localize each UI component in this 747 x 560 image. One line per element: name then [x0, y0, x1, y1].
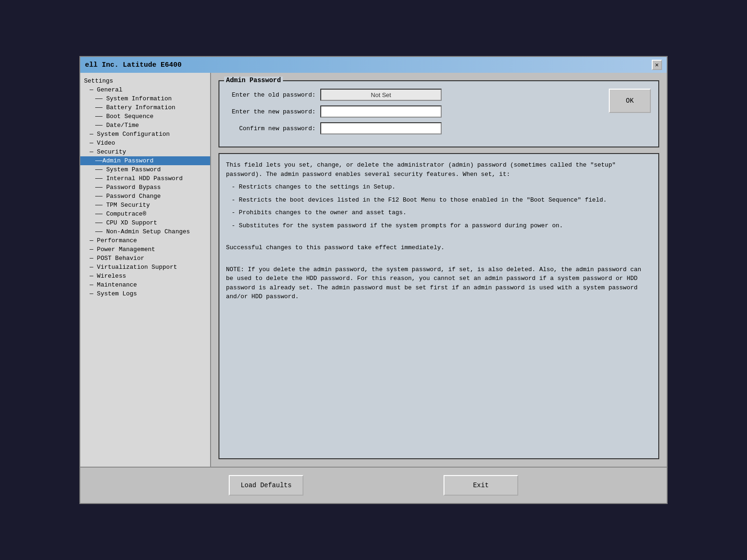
sidebar-item-maintenance[interactable]: — Maintenance [80, 280, 210, 289]
sidebar-item-performance[interactable]: — Performance [80, 236, 210, 245]
sidebar-item-virtualization-support[interactable]: — Virtualization Support [80, 263, 210, 272]
sidebar-settings-label: Settings [80, 77, 210, 85]
info-text: This field lets you set, change, or dele… [226, 161, 652, 301]
sidebar-item-cpu-xd-support[interactable]: —— CPU XD Support [80, 218, 210, 227]
admin-password-title: Admin Password [224, 77, 283, 84]
old-password-label: Enter the old password: [227, 91, 320, 98]
sidebar-item-video[interactable]: — Video [80, 139, 210, 147]
old-password-input[interactable] [320, 89, 442, 101]
confirm-password-label: Confirm new password: [227, 125, 320, 132]
new-password-label: Enter the new password: [227, 108, 320, 115]
sidebar-item-computrace[interactable]: —— Computrace® [80, 210, 210, 218]
sidebar-item-date-time[interactable]: —— Date/Time [80, 121, 210, 130]
exit-button[interactable]: Exit [444, 475, 518, 496]
new-password-row: Enter the new password: [227, 105, 601, 118]
info-paragraph-2: Successful changes to this password take… [226, 243, 652, 252]
admin-password-section: Admin Password Enter the old password: E… [218, 80, 659, 147]
sidebar-item-password-bypass[interactable]: —— Password Bypass [80, 183, 210, 192]
sidebar-item-security[interactable]: — Security [80, 147, 210, 156]
new-password-input[interactable] [320, 105, 442, 118]
sidebar-item-system-logs[interactable]: — System Logs [80, 289, 210, 298]
sidebar-item-general[interactable]: — General [80, 85, 210, 94]
load-defaults-button[interactable]: Load Defaults [229, 475, 303, 496]
info-paragraph-3: NOTE: If you delete the admin password, … [226, 265, 652, 301]
info-bullet-1: - Restricts changes to the settings in S… [232, 182, 652, 192]
sidebar-item-wireless[interactable]: — Wireless [80, 272, 210, 280]
sidebar-item-battery-information[interactable]: —— Battery Information [80, 103, 210, 112]
sidebar-item-non-admin-setup[interactable]: —— Non-Admin Setup Changes [80, 227, 210, 236]
main-area: Settings — General —— System Information… [80, 73, 667, 467]
sidebar-item-boot-sequence[interactable]: —— Boot Sequence [80, 112, 210, 121]
form-group: Enter the old password: Enter the new pa… [227, 89, 651, 139]
confirm-password-input[interactable] [320, 122, 442, 134]
sidebar: Settings — General —— System Information… [80, 73, 211, 467]
sidebar-item-system-password[interactable]: —— System Password [80, 165, 210, 174]
old-password-row: Enter the old password: [227, 89, 601, 101]
window-title: ell Inc. Latitude E6400 [85, 61, 182, 69]
info-box: This field lets you set, change, or dele… [218, 153, 659, 459]
sidebar-item-system-configuration[interactable]: — System Configuration [80, 130, 210, 139]
info-paragraph-1: This field lets you set, change, or dele… [226, 161, 652, 179]
sidebar-item-power-management[interactable]: — Power Management [80, 245, 210, 254]
info-bullet-2: - Restricts the boot devices listed in t… [232, 196, 652, 205]
sidebar-item-admin-password[interactable]: ——Admin Password [80, 156, 210, 165]
info-bullet-4: - Substitutes for the system password if… [232, 221, 652, 231]
sidebar-item-password-change[interactable]: —— Password Change [80, 192, 210, 201]
title-bar: ell Inc. Latitude E6400 ✕ [80, 57, 667, 73]
sidebar-item-tpm-security[interactable]: —— TPM Security [80, 201, 210, 210]
form-fields: Enter the old password: Enter the new pa… [227, 89, 601, 139]
info-bullet-3: - Prohibits changes to the owner and ass… [232, 208, 652, 217]
bios-window: ell Inc. Latitude E6400 ✕ Settings — Gen… [79, 56, 668, 504]
sidebar-item-internal-hdd-password[interactable]: —— Internal HDD Password [80, 174, 210, 183]
close-button[interactable]: ✕ [652, 60, 662, 70]
sidebar-item-system-information[interactable]: —— System Information [80, 94, 210, 103]
bottom-bar: Load Defaults Exit [80, 467, 667, 503]
ok-button[interactable]: OK [609, 89, 651, 113]
sidebar-item-post-behavior[interactable]: — POST Behavior [80, 254, 210, 263]
confirm-password-row: Confirm new password: [227, 122, 601, 134]
content-area: Admin Password Enter the old password: E… [211, 73, 667, 467]
